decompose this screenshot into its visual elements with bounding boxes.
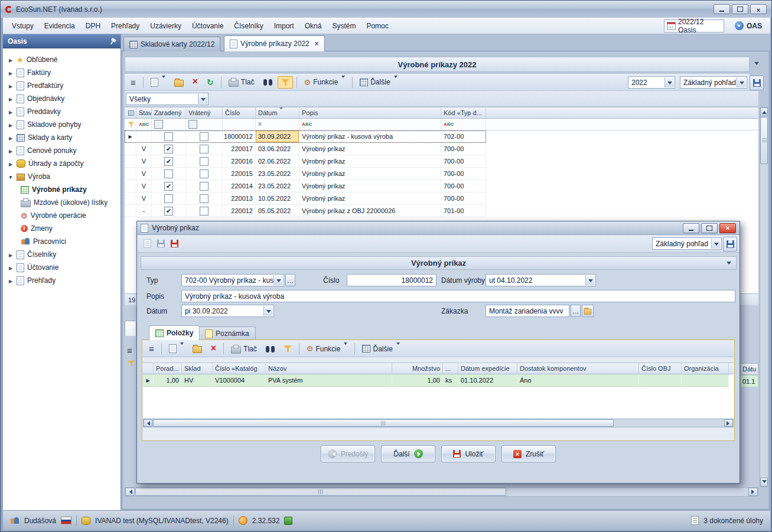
expand-icon[interactable] (8, 263, 14, 272)
menu-icon[interactable] (127, 345, 132, 356)
sidebar-item-objednavky[interactable]: Objednávky (3, 92, 120, 105)
table-row[interactable]: V 220013 10.05.2022 Výrobný príkaz 700-0… (125, 192, 486, 205)
delete-item-button[interactable] (207, 342, 220, 355)
expand-icon[interactable] (8, 250, 14, 259)
filter-stav[interactable]: ABC (136, 119, 152, 130)
header-sklad[interactable]: Sklad (182, 363, 213, 374)
sidebar-item-cenove-ponuky[interactable]: Cenové ponuky (3, 144, 120, 157)
functions-button[interactable]: Funkcie (301, 76, 349, 89)
header-organizacia[interactable]: Organizácia (682, 363, 729, 374)
datum-datepicker[interactable]: pi 30.09.2022 (181, 305, 274, 317)
sidebar-item-mzdove-listky[interactable]: Mzdové (úkolové) lístky (3, 196, 120, 209)
sidebar-item-pracovnici[interactable]: Pracovníci (3, 235, 120, 248)
delete-button[interactable] (189, 76, 201, 89)
header-cislo[interactable]: Číslo (223, 107, 256, 118)
filter-cislo[interactable] (223, 119, 256, 130)
header-cislo-obj[interactable]: Číslo OBJ (639, 363, 682, 374)
checkbox[interactable] (188, 120, 197, 129)
header-datum-expedicie[interactable]: Dátum expedície (458, 363, 517, 374)
scroll-right-button[interactable] (724, 419, 733, 427)
filter-button[interactable] (278, 76, 293, 89)
typ-browse-button[interactable]: … (285, 274, 295, 286)
header-popis[interactable]: Popis (299, 107, 441, 118)
menu-uctovanie[interactable]: Účtovanie (187, 19, 229, 32)
sidebar-item-sklady-a-karty[interactable]: Sklady a karty (3, 131, 120, 144)
horizontal-scrollbar[interactable] (125, 487, 758, 497)
typ-combobox[interactable]: 702-00 Výrobný príkaz - kus... (181, 274, 284, 286)
menu-import[interactable]: Import (269, 19, 299, 32)
scroll-right-button[interactable] (748, 488, 758, 496)
filter-button[interactable] (280, 342, 295, 355)
dialog-minimize-button[interactable] (683, 223, 699, 233)
checkbox[interactable] (164, 182, 173, 191)
checkbox[interactable] (200, 169, 209, 178)
cislo-input[interactable]: 18000012 (347, 274, 437, 286)
checkbox[interactable] (164, 145, 173, 154)
checkbox[interactable] (154, 120, 163, 129)
zakazka-browse-button[interactable]: … (571, 305, 581, 317)
checkbox[interactable] (200, 157, 209, 166)
checkbox[interactable] (164, 157, 173, 166)
filter-vrateny[interactable] (186, 119, 223, 130)
print-button[interactable]: Tlač (227, 342, 260, 356)
expand-icon[interactable] (8, 68, 14, 77)
checkbox[interactable] (200, 145, 209, 154)
expand-icon[interactable] (8, 133, 14, 142)
expand-icon[interactable] (8, 56, 14, 64)
dialog-maximize-button[interactable] (701, 223, 718, 233)
new-button[interactable] (147, 76, 169, 89)
header-zaradeny[interactable]: Zaradený (152, 107, 186, 118)
menu-dph[interactable]: DPH (80, 19, 106, 32)
filter-kod[interactable]: ABC (441, 119, 486, 130)
sidebar-item-oblubene[interactable]: Obľúbené (3, 53, 120, 66)
zakazka-open-button[interactable] (582, 305, 594, 317)
collapse-icon[interactable] (8, 172, 14, 181)
checkbox[interactable] (164, 207, 173, 216)
print-button[interactable]: Tlač (225, 75, 258, 89)
dialog-view-combobox[interactable]: Základný pohľad (652, 237, 722, 250)
scroll-up-button[interactable] (760, 107, 768, 116)
header-porad[interactable]: Porad... (154, 363, 182, 374)
expand-icon[interactable] (8, 146, 14, 155)
items-horizontal-scrollbar[interactable] (143, 419, 734, 427)
expand-icon[interactable] (8, 81, 14, 90)
more-button[interactable]: Ďalšie (359, 342, 403, 355)
items-table-row[interactable]: 1,00 HV V1000004 PVA systém 1,00 ks 01.1… (143, 374, 729, 387)
previous-button[interactable]: Predošlý (321, 445, 375, 462)
tab-poznamka[interactable]: Poznámka (198, 327, 256, 340)
year-combobox[interactable]: 2022 (628, 76, 675, 89)
sidebar-item-vyrobne-operacie[interactable]: Výrobné operácie (3, 209, 120, 222)
table-row[interactable]: - 220012 05.05.2022 Výrobný príkaz z OBJ… (125, 205, 486, 217)
zakazka-input[interactable]: Montáž zariadenia vvvv (486, 305, 569, 317)
table-row[interactable]: V 220017 03.06.2022 Výrobný príkaz 700-0… (125, 143, 486, 155)
header-datum[interactable]: Dátum (256, 107, 299, 118)
header-dostatok[interactable]: Dostatok komponentov (517, 363, 639, 374)
sidebar-item-uctovanie[interactable]: Účtovanie (3, 261, 120, 274)
sidebar-item-preddavky[interactable]: Preddavky (3, 105, 120, 118)
scroll-left-button[interactable] (144, 419, 152, 427)
checkbox[interactable] (200, 207, 209, 216)
menu-okna[interactable]: Okná (299, 19, 327, 32)
records-filter-combobox[interactable]: Všetky (126, 93, 209, 105)
close-button[interactable] (750, 4, 767, 14)
save-button[interactable]: Uložiť (441, 445, 496, 462)
checkbox[interactable] (164, 169, 173, 178)
sidebar-item-ciselniky[interactable]: Číselníky (3, 248, 120, 261)
period-selector[interactable]: 2022/12 Oasis (664, 19, 724, 32)
header-stav[interactable]: Stav (136, 107, 152, 118)
popis-input[interactable]: Výrobný príkaz - kusová výroba (181, 290, 735, 302)
completed-tasks[interactable]: 3 dokončené úlohy (703, 517, 763, 525)
menu-ciselniky[interactable]: Číselníky (229, 19, 268, 32)
menu-vstupy[interactable]: Vstupy (6, 19, 39, 32)
sidebar-item-uhrady-a-zapocty[interactable]: Úhrady a zápočty (3, 157, 120, 170)
header-vrateny[interactable]: Vrátený (186, 107, 223, 118)
expand-icon[interactable] (8, 159, 14, 168)
dialog-close-button[interactable] (719, 223, 736, 233)
save-view-button[interactable] (750, 76, 764, 90)
menu-uzavierky[interactable]: Uzávierky (145, 19, 187, 32)
scrollbar-thumb[interactable] (153, 419, 614, 427)
table-row[interactable]: V 220015 23.05.2022 Výrobný príkaz 700-0… (125, 168, 486, 180)
sidebar-item-zmeny[interactable]: Zmeny (3, 222, 120, 235)
panel-collapse-icon[interactable] (754, 59, 759, 70)
checkbox[interactable] (200, 182, 209, 191)
